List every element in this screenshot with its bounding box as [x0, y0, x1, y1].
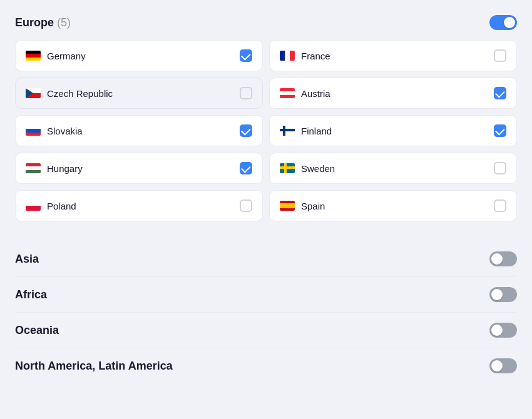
country-name-poland: Poland [47, 201, 76, 211]
country-card-czech-republic[interactable]: Czech Republic [15, 78, 263, 109]
flag-germany [26, 51, 41, 61]
country-name-slovakia: Slovakia [47, 126, 83, 136]
checkbox-spain[interactable] [494, 199, 506, 212]
checkbox-hungary[interactable] [240, 162, 252, 174]
region-row-asia: Asia [15, 241, 517, 277]
flag-france [280, 51, 295, 61]
checkbox-sweden[interactable] [494, 162, 506, 174]
country-left-slovakia: Slovakia [26, 126, 83, 136]
country-name-sweden: Sweden [301, 163, 335, 174]
country-card-germany[interactable]: Germany [15, 40, 263, 71]
country-left-sweden: Sweden [280, 163, 335, 174]
country-card-spain[interactable]: Spain [269, 190, 517, 221]
checkbox-poland[interactable] [240, 199, 252, 212]
country-card-finland[interactable]: Finland [269, 115, 517, 146]
flag-spain [280, 201, 295, 211]
country-card-france[interactable]: France [269, 40, 517, 71]
europe-count: (5) [57, 16, 71, 29]
country-card-austria[interactable]: Austria [269, 78, 517, 109]
country-name-finland: Finland [301, 126, 332, 136]
country-card-poland[interactable]: Poland [15, 190, 263, 221]
country-left-finland: Finland [280, 126, 332, 136]
country-name-hungary: Hungary [47, 163, 83, 174]
checkbox-czech-republic[interactable] [240, 87, 252, 99]
region-toggle-north-latin[interactable] [489, 358, 517, 373]
country-left-austria: Austria [280, 88, 330, 99]
checkbox-france[interactable] [494, 49, 506, 62]
region-toggle-africa[interactable] [489, 287, 517, 302]
flag-austria [280, 88, 295, 98]
region-row-africa: Africa [15, 277, 517, 313]
region-toggle-oceania[interactable] [489, 323, 517, 338]
country-left-france: France [280, 51, 330, 61]
other-regions-list: AsiaAfricaOceaniaNorth America, Latin Am… [15, 241, 517, 383]
region-toggle-asia[interactable] [489, 251, 517, 266]
country-card-sweden[interactable]: Sweden [269, 153, 517, 184]
checkbox-austria[interactable] [494, 87, 506, 99]
flag-finland [280, 126, 295, 136]
country-name-spain: Spain [301, 201, 325, 211]
country-name-france: France [301, 51, 330, 61]
region-title-north-latin: North America, Latin America [15, 360, 173, 373]
region-title-asia: Asia [15, 253, 39, 266]
flag-sweden [280, 163, 295, 173]
country-left-poland: Poland [26, 201, 76, 211]
country-name-germany: Germany [47, 51, 86, 61]
europe-title: Europe (5) [15, 16, 71, 29]
country-name-czech-republic: Czech Republic [47, 88, 113, 99]
region-title-africa: Africa [15, 288, 47, 301]
country-left-spain: Spain [280, 201, 325, 211]
checkbox-finland[interactable] [494, 124, 506, 137]
checkbox-germany[interactable] [240, 49, 252, 62]
country-left-czech-republic: Czech Republic [26, 88, 113, 99]
country-card-slovakia[interactable]: Slovakia [15, 115, 263, 146]
page-container: Europe (5) GermanyFranceCzech RepublicAu… [15, 15, 517, 383]
country-card-hungary[interactable]: Hungary [15, 153, 263, 184]
country-left-hungary: Hungary [26, 163, 83, 174]
country-left-germany: Germany [26, 51, 86, 61]
flag-slovakia [26, 126, 41, 136]
region-row-north-latin: North America, Latin America [15, 348, 517, 383]
country-name-austria: Austria [301, 88, 330, 99]
checkbox-slovakia[interactable] [240, 124, 252, 137]
europe-toggle[interactable] [489, 15, 517, 30]
region-title-oceania: Oceania [15, 324, 59, 337]
europe-section-header: Europe (5) [15, 15, 517, 30]
europe-country-grid: GermanyFranceCzech RepublicAustriaSlovak… [15, 40, 517, 221]
region-row-oceania: Oceania [15, 313, 517, 348]
flag-poland [26, 201, 41, 211]
flag-hungary [26, 163, 41, 173]
flag-czech-republic [26, 88, 41, 98]
